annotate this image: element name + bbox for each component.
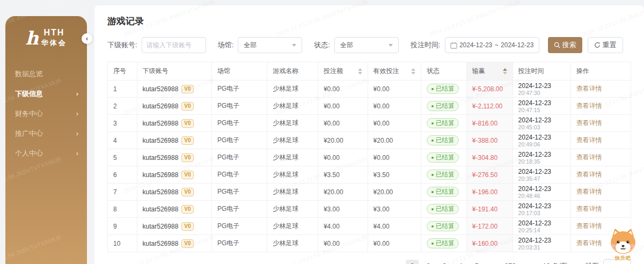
- page-button-3[interactable]: 3: [438, 260, 451, 264]
- venue-select[interactable]: 全部: [238, 37, 302, 53]
- cell-action: 查看详情: [570, 166, 631, 184]
- sidebar-item-label: 下级信息: [15, 89, 43, 99]
- search-button-label: 搜索: [562, 40, 576, 50]
- mascot-label: 快升吧: [606, 255, 640, 262]
- cell-bet-amount: ¥3.00: [318, 201, 368, 218]
- app-window: h HTH 华体会 ‹ 数据总览下级信息›财务中心›推广中心›个人中心› 游戏记…: [0, 0, 644, 264]
- reset-icon: [594, 42, 601, 48]
- cell-valid-bet: ¥0.00: [368, 80, 421, 98]
- account-input[interactable]: [142, 37, 206, 53]
- page-button-1[interactable]: 1: [406, 260, 419, 264]
- table-row: 8kutar526988V0PG电子少林足球¥3.00¥3.00已结算¥-191…: [108, 201, 631, 218]
- view-detail-link[interactable]: 查看详情: [576, 222, 602, 230]
- table-row: 4kutar526988V0PG电子少林足球¥20.00¥20.00已结算¥-3…: [108, 132, 631, 149]
- sort-icon[interactable]: [358, 68, 362, 75]
- status-badge: 已结算: [427, 135, 459, 145]
- cell-game: 少林足球: [267, 98, 318, 115]
- view-detail-link[interactable]: 查看详情: [576, 136, 602, 144]
- cell-valid-bet: ¥3.50: [368, 166, 421, 184]
- view-detail-link[interactable]: 查看详情: [576, 119, 602, 127]
- cell-status: 已结算: [421, 80, 466, 98]
- status-dot-icon: [431, 174, 434, 176]
- bet-date: 2024-12-23: [518, 168, 565, 175]
- sort-icon[interactable]: [411, 68, 415, 75]
- vip-level-badge: V0: [181, 85, 193, 93]
- cell-bet-amount: ¥3.50: [318, 166, 368, 184]
- filter-bar: 下级账号: 场馆: 全部 状态: 全部 投注时间:: [107, 37, 631, 53]
- sidebar-item-数据总览[interactable]: 数据总览: [5, 64, 87, 84]
- column-header-status: 状态: [421, 62, 466, 80]
- column-label: 操作: [576, 67, 589, 76]
- view-detail-link[interactable]: 查看详情: [576, 153, 602, 161]
- column-header-valid[interactable]: 有效投注: [368, 62, 421, 80]
- status-dot-icon: [431, 243, 434, 245]
- view-detail-link[interactable]: 查看详情: [576, 188, 602, 195]
- cell-bet-time: 2024-12-2320:48:46: [513, 184, 570, 201]
- bet-time: 20:47:15: [518, 107, 565, 113]
- cell-bet-time: 2024-12-2320:47:30: [513, 80, 570, 98]
- cell-valid-bet: ¥0.00: [368, 235, 421, 252]
- chevron-down-icon: [389, 44, 393, 47]
- page-size-select[interactable]: 10 条/页: [543, 262, 575, 264]
- page-button-273[interactable]: 273: [502, 260, 518, 264]
- cell-index: 2: [108, 98, 137, 115]
- cell-venue: PG电子: [212, 201, 267, 218]
- view-detail-link[interactable]: 查看详情: [576, 239, 602, 247]
- column-label: 游戏名称: [273, 67, 298, 76]
- column-label: 输赢: [472, 67, 485, 76]
- sidebar: h HTH 华体会 ‹ 数据总览下级信息›财务中心›推广中心›个人中心›: [5, 16, 87, 264]
- cell-valid-bet: ¥0.00: [368, 98, 421, 115]
- bet-date: 2024-12-23: [518, 185, 565, 193]
- sidebar-item-财务中心[interactable]: 财务中心›: [5, 104, 87, 123]
- cell-win-loss: ¥-816.00: [466, 115, 513, 132]
- sidebar-item-下级信息[interactable]: 下级信息›: [5, 84, 87, 104]
- cell-bet-amount: ¥20.00: [318, 132, 368, 149]
- win-loss-value: ¥-196.00: [472, 188, 497, 196]
- status-text: 已结算: [436, 153, 455, 162]
- bet-time: 20:45:03: [518, 124, 565, 130]
- page-button-4[interactable]: 4: [454, 260, 467, 264]
- sidebar-collapse-button[interactable]: ‹: [82, 33, 92, 44]
- cell-status: 已结算: [421, 201, 466, 218]
- column-header-win[interactable]: 输赢: [466, 62, 513, 80]
- date-range-picker[interactable]: 2024-12-23 ~ 2024-12-23: [445, 37, 539, 53]
- vip-level-badge: V0: [181, 119, 193, 128]
- reset-button-label: 重置: [603, 40, 617, 50]
- page-button-5[interactable]: 5: [470, 260, 483, 264]
- table-header-row: 序号下级账号场馆游戏名称投注额有效投注状态输赢投注时间操作: [108, 62, 631, 80]
- column-label: 有效投注: [374, 67, 399, 76]
- pagination: ‹ 12345•••273 › 10 条/页 跳至: [107, 259, 631, 264]
- cell-win-loss: ¥-172.00: [466, 218, 513, 235]
- page-button-2[interactable]: 2: [422, 260, 435, 264]
- bet-date: 2024-12-23: [518, 116, 565, 124]
- column-header-bet[interactable]: 投注额: [318, 62, 368, 80]
- table-row: 3kutar526988V0PG电子少林足球¥0.00¥0.00已结算¥-816…: [108, 115, 631, 132]
- cell-valid-bet: ¥0.00: [368, 115, 421, 132]
- mascot-widget[interactable]: 快升吧: [606, 228, 640, 262]
- sort-icon[interactable]: [503, 68, 507, 75]
- bet-time: 20:17:03: [518, 210, 565, 216]
- view-detail-link[interactable]: 查看详情: [576, 205, 602, 212]
- table-row: 6kutar526988V0PG电子少林足球¥3.50¥3.50已结算¥-276…: [108, 166, 631, 184]
- next-page-button[interactable]: ›: [521, 260, 534, 264]
- account-name: kutar526988: [143, 154, 179, 162]
- view-detail-link[interactable]: 查看详情: [576, 102, 602, 109]
- status-filter-label: 状态:: [314, 40, 330, 50]
- bet-time: 20:47:30: [518, 90, 565, 96]
- vip-level-badge: V0: [181, 205, 193, 214]
- sidebar-item-推广中心[interactable]: 推广中心›: [5, 123, 87, 143]
- cell-status: 已结算: [421, 166, 466, 184]
- search-button[interactable]: 搜索: [548, 37, 582, 53]
- reset-button[interactable]: 重置: [588, 37, 623, 53]
- cell-game: 少林足球: [267, 235, 318, 252]
- status-select[interactable]: 全部: [334, 37, 399, 53]
- chevron-right-icon: ›: [76, 109, 78, 118]
- status-badge: 已结算: [427, 84, 459, 94]
- status-text: 已结算: [436, 205, 455, 213]
- sidebar-item-个人中心[interactable]: 个人中心›: [5, 143, 87, 163]
- view-detail-link[interactable]: 查看详情: [576, 171, 602, 178]
- prev-page-button[interactable]: ‹: [390, 260, 402, 264]
- cell-win-loss: ¥-304.80: [466, 149, 513, 166]
- cell-win-loss: ¥-2,112.00: [466, 98, 513, 115]
- view-detail-link[interactable]: 查看详情: [576, 85, 602, 92]
